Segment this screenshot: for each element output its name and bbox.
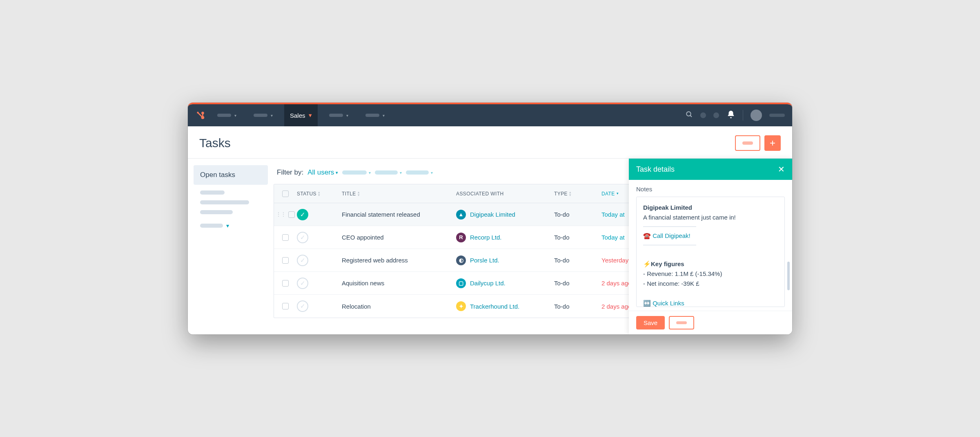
task-title: Registered web address <box>342 257 456 264</box>
filter-all-users[interactable]: All users ▾ <box>307 168 338 177</box>
kf-revenue: - Revenue: 1.1M £ (-15.34%) <box>643 270 722 277</box>
nav-label: Sales <box>290 112 305 119</box>
associated-company-link[interactable]: RRecorp Ltd. <box>456 233 554 242</box>
col-header-title[interactable]: TITLE▴▾ <box>342 191 456 197</box>
company-icon: ✦ <box>456 301 466 311</box>
phone-icon: ☎️ <box>643 232 651 239</box>
filter-label: Filter by: <box>277 168 303 177</box>
row-checkbox[interactable] <box>288 211 295 218</box>
company-icon: R <box>456 233 466 242</box>
task-title: CEO appointed <box>342 234 456 241</box>
close-icon[interactable]: ✕ <box>778 164 785 174</box>
task-type: To-do <box>554 234 599 241</box>
page-title: Tasks <box>199 136 231 150</box>
hubspot-logo-icon[interactable] <box>195 110 206 121</box>
divider <box>743 110 743 121</box>
status-toggle[interactable]: ✓ <box>297 300 308 312</box>
panel-header: Task details ✕ <box>629 159 792 180</box>
task-type: To-do <box>554 303 599 310</box>
chevron-down-icon: ▾ <box>226 222 229 229</box>
filter-chip-1[interactable]: ▾ <box>342 170 371 175</box>
sidebar-placeholder[interactable] <box>200 190 225 195</box>
header-secondary-button[interactable] <box>735 135 760 151</box>
status-toggle[interactable]: ✓ <box>297 278 308 289</box>
col-header-type[interactable]: TYPE▴▾ <box>554 191 599 197</box>
sidebar-placeholder[interactable] <box>200 210 233 214</box>
svg-point-5 <box>686 112 691 116</box>
task-title: Relocation <box>342 303 456 310</box>
svg-line-3 <box>198 113 202 117</box>
associated-company-link[interactable]: ✦Trackerhound Ltd. <box>456 301 554 311</box>
add-task-button[interactable]: + <box>764 135 781 151</box>
account-menu[interactable] <box>769 114 785 117</box>
task-type: To-do <box>554 280 599 287</box>
save-button[interactable]: Save <box>636 316 665 329</box>
page-header: Tasks + <box>188 126 792 159</box>
col-header-status[interactable]: STATUS▴▾ <box>297 191 342 197</box>
sidebar-item-label: Open tasks <box>200 171 235 179</box>
svg-line-6 <box>690 115 692 117</box>
key-figures-title: Key figures <box>651 260 684 267</box>
content-area: Open tasks ▾ Filter by: All users ▾ ▾ ▾ … <box>188 159 792 334</box>
task-type: To-do <box>554 211 599 218</box>
nav-item-1[interactable]: ▾ <box>212 104 242 126</box>
filter-chip-2[interactable]: ▾ <box>375 170 402 175</box>
kf-net-income: - Net income: -39K £ <box>643 280 699 287</box>
lightning-icon: ⚡ <box>643 260 651 267</box>
arrows-icon: ↔️ <box>643 300 651 307</box>
cancel-button[interactable] <box>669 316 694 329</box>
user-avatar[interactable] <box>751 110 762 121</box>
notes-line1: A financial statement just came in! <box>643 214 736 221</box>
notification-bell-icon[interactable] <box>726 110 735 121</box>
nav-dot-2[interactable] <box>713 112 719 118</box>
nav-item-sales[interactable]: Sales ▾ <box>284 104 318 126</box>
sidebar: Open tasks ▾ <box>188 159 274 334</box>
scrollbar[interactable] <box>787 262 790 290</box>
associated-company-link[interactable]: ◐Porsle Ltd. <box>456 255 554 265</box>
row-checkbox[interactable] <box>282 234 289 241</box>
status-toggle[interactable]: ✓ <box>297 255 308 266</box>
nav-item-5[interactable]: ▾ <box>360 104 390 126</box>
notes-content[interactable]: Digipeak Limited A financial statement j… <box>636 197 785 307</box>
company-icon: ▲ <box>456 210 466 220</box>
notes-company: Digipeak Limited <box>643 204 692 211</box>
status-toggle[interactable]: ✓ <box>297 232 308 243</box>
task-title: Aquisition news <box>342 280 456 287</box>
status-toggle[interactable]: ✓ <box>297 209 308 220</box>
panel-title: Task details <box>636 165 675 174</box>
notes-label: Notes <box>636 186 785 193</box>
sidebar-collapse-toggle[interactable]: ▾ <box>194 220 268 231</box>
call-link[interactable]: Call Digipeak! <box>653 232 690 239</box>
quick-links[interactable]: Quick Links <box>653 300 684 307</box>
select-all-checkbox[interactable] <box>282 190 289 197</box>
filter-chip-3[interactable]: ▾ <box>406 170 433 175</box>
search-icon[interactable] <box>686 111 693 120</box>
nav-item-2[interactable]: ▾ <box>248 104 278 126</box>
top-nav: ▾ ▾ Sales ▾ ▾ ▾ <box>188 104 792 126</box>
panel-footer: Save <box>629 311 792 334</box>
task-type: To-do <box>554 257 599 264</box>
task-details-panel: Task details ✕ Notes Digipeak Limited A … <box>629 159 792 334</box>
nav-item-4[interactable]: ▾ <box>323 104 354 126</box>
chevron-down-icon: ▾ <box>309 112 312 119</box>
sidebar-item-open-tasks[interactable]: Open tasks <box>194 165 268 185</box>
app-window: ▾ ▾ Sales ▾ ▾ ▾ Tasks + <box>188 103 792 334</box>
associated-company-link[interactable]: ▲Digipeak Limited <box>456 210 554 220</box>
company-icon: ◐ <box>456 255 466 265</box>
company-icon: ▢ <box>456 278 466 288</box>
col-header-assoc[interactable]: ASSOCIATED WITH <box>456 191 554 197</box>
caret-down-icon: ▾ <box>336 170 338 175</box>
associated-company-link[interactable]: ▢Dailycup Ltd. <box>456 278 554 288</box>
sidebar-placeholder[interactable] <box>200 200 249 204</box>
row-checkbox[interactable] <box>282 280 289 287</box>
task-title: Financial statement released <box>342 211 456 218</box>
nav-dot-1[interactable] <box>700 112 706 118</box>
row-checkbox[interactable] <box>282 257 289 264</box>
drag-handle-icon[interactable]: ⋮⋮ <box>276 211 286 218</box>
row-checkbox[interactable] <box>282 303 289 309</box>
